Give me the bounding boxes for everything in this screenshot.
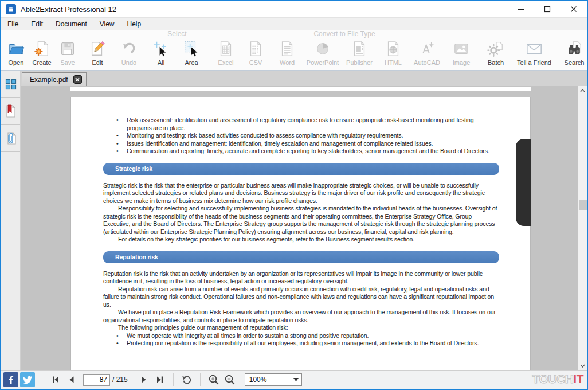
batch-button[interactable]: Batch — [481, 38, 510, 70]
menu-bar: File Edit Document View Help — [1, 17, 587, 30]
paragraph: Strategic risk is the risk that the ente… — [103, 182, 499, 205]
twitter-button[interactable] — [20, 372, 35, 387]
touchit-logo: TOUCHIT — [532, 372, 583, 386]
convert-csv-button[interactable]: CSV — [241, 38, 271, 70]
menu-document[interactable]: Document — [49, 18, 93, 30]
sidebar-thumbnails-button[interactable] — [1, 71, 20, 98]
bookmark-page-icon — [4, 104, 18, 118]
convert-powerpoint-button[interactable]: PowerPoint — [304, 38, 342, 70]
bullet-item: Issues identification and management: id… — [103, 140, 499, 148]
photo-landscape-icon — [453, 40, 470, 57]
pie-chart-icon — [314, 40, 331, 57]
paragraph: Responsibility for selecting and success… — [103, 205, 499, 236]
gear-documents-icon — [487, 40, 504, 57]
convert-image-button[interactable]: Image — [445, 38, 478, 70]
zoom-in-button[interactable] — [207, 373, 221, 387]
section-header-reputation-risk: Reputation risk — [103, 251, 499, 263]
select-group-label: Select — [147, 30, 207, 38]
document-starburst-icon — [33, 40, 50, 57]
twitter-bird-icon — [22, 375, 33, 385]
bullet-item: Protecting our reputation is the respons… — [103, 340, 499, 348]
rotate-clockwise-icon — [182, 375, 192, 385]
minimize-button[interactable] — [508, 1, 534, 17]
first-page-button[interactable] — [49, 373, 62, 387]
magnifier-plus-icon — [208, 374, 219, 385]
section-header-strategic-risk: Strategic risk — [103, 163, 499, 175]
sidebar-bookmarks-button[interactable] — [1, 98, 20, 125]
rotate-page-button[interactable] — [180, 373, 194, 387]
scroll-down-arrow[interactable] — [578, 361, 587, 370]
title-bar: Able2Extract Professional 12 — [1, 1, 587, 17]
layout-document-icon — [351, 40, 368, 57]
tell-a-friend-button[interactable]: Tell a Friend — [513, 38, 555, 70]
previous-page-button[interactable] — [65, 373, 79, 387]
last-page-icon — [156, 376, 164, 384]
edit-button[interactable]: Edit — [84, 38, 111, 70]
folder-open-icon — [7, 40, 25, 57]
paragraph: The following principles guide our manag… — [103, 324, 499, 332]
open-button[interactable]: Open — [3, 38, 29, 70]
previous-page-icon — [68, 376, 76, 384]
convert-autocad-button[interactable]: AutoCAD — [409, 38, 445, 70]
convert-group-label: Convert to File Type — [211, 30, 478, 38]
menu-edit[interactable]: Edit — [25, 18, 49, 30]
select-all-button[interactable]: All — [147, 38, 175, 70]
tab-example-pdf[interactable]: Example.pdf — [22, 72, 87, 86]
menu-view[interactable]: View — [93, 18, 121, 30]
maximize-button[interactable] — [534, 1, 560, 17]
tab-label: Example.pdf — [30, 76, 68, 84]
page-number-input[interactable] — [83, 374, 110, 386]
marquee-cursor-icon — [183, 40, 200, 57]
convert-publisher-button[interactable]: Publisher — [342, 38, 377, 70]
magnifier-minus-icon — [224, 374, 236, 385]
search-button[interactable]: Search — [558, 38, 588, 70]
next-page-button[interactable] — [137, 373, 151, 387]
tab-close-button[interactable] — [73, 75, 82, 84]
bullet-item: Risk assessment: identification and asse… — [103, 116, 499, 132]
save-button[interactable]: Save — [55, 38, 80, 70]
select-area-button[interactable]: Area — [175, 38, 207, 70]
menu-file[interactable]: File — [1, 18, 25, 30]
scrollbar-thumb[interactable] — [579, 200, 587, 210]
vertical-scrollbar[interactable] — [578, 86, 587, 370]
word-lines-icon — [279, 40, 296, 57]
side-panel-handle[interactable] — [516, 139, 531, 226]
sidebar — [1, 71, 21, 370]
paragraph: Reputation risk can arise from a number … — [103, 286, 499, 309]
window-title: Able2Extract Professional 12 — [21, 5, 116, 14]
next-page-icon — [140, 376, 148, 384]
convert-word-button[interactable]: Word — [271, 38, 304, 70]
floppy-disk-icon — [59, 40, 76, 57]
zoom-out-button[interactable] — [223, 373, 237, 387]
status-bar: / 215 — [1, 370, 587, 389]
zoom-level-value: 100% — [245, 376, 293, 384]
convert-excel-button[interactable]: Excel — [211, 38, 241, 70]
app-icon — [6, 4, 16, 14]
create-button[interactable]: Create — [29, 38, 55, 70]
pencil-document-icon — [89, 40, 106, 57]
envelope-icon — [526, 40, 543, 57]
menu-help[interactable]: Help — [121, 18, 148, 30]
scroll-up-arrow[interactable] — [578, 86, 587, 95]
drafting-a-icon — [418, 40, 436, 57]
bullet-item: Monitoring and testing: risk-based activ… — [103, 132, 499, 140]
first-page-icon — [52, 376, 60, 384]
csv-rows-icon — [247, 40, 264, 57]
convert-group: Convert to File Type Excel — [211, 30, 478, 70]
undo-button[interactable]: Undo — [115, 38, 143, 70]
bullet-list: We must operate with integrity at all ti… — [103, 332, 499, 348]
select-group: Select All Area — [147, 30, 207, 70]
paragraph: For details on the key strategic priorit… — [103, 236, 499, 244]
paperclip-page-icon — [4, 131, 18, 145]
zoom-level-dropdown[interactable]: 100% — [245, 373, 302, 386]
excel-grid-icon — [217, 40, 234, 57]
close-button[interactable] — [560, 1, 587, 17]
document-page: Risk assessment: identification and asse… — [70, 97, 531, 370]
last-page-button[interactable] — [153, 373, 167, 387]
facebook-button[interactable] — [3, 372, 18, 387]
facebook-icon — [5, 374, 17, 385]
toolbar: Open Create — [1, 30, 587, 71]
sidebar-attachments-button[interactable] — [1, 125, 20, 152]
convert-html-button[interactable]: HTML — [377, 38, 409, 70]
tab-bar: Example.pdf — [21, 71, 587, 86]
